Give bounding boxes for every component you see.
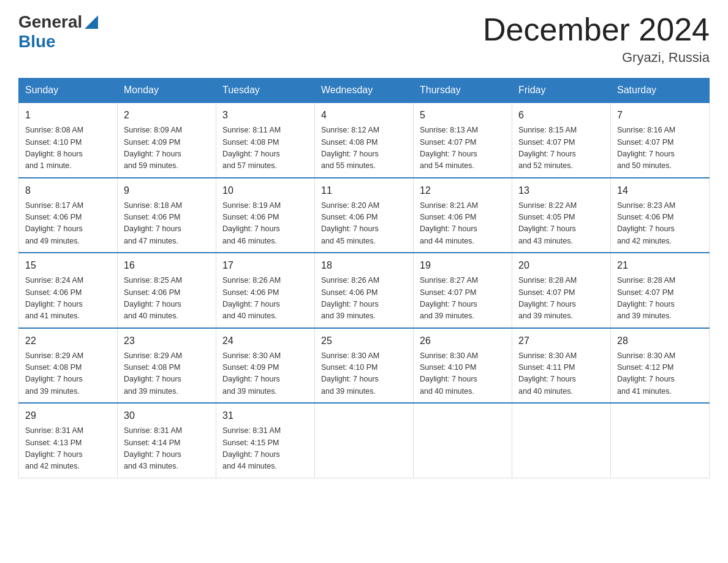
day-number: 17 xyxy=(222,258,308,273)
day-number: 31 xyxy=(222,408,308,423)
logo-blue: Blue xyxy=(18,32,56,52)
day-info: Sunrise: 8:19 AMSunset: 4:06 PMDaylight:… xyxy=(222,200,308,248)
day-info: Sunrise: 8:24 AMSunset: 4:06 PMDaylight:… xyxy=(25,275,111,323)
svg-marker-0 xyxy=(85,15,98,29)
calendar-cell: 31 Sunrise: 8:31 AMSunset: 4:15 PMDaylig… xyxy=(216,403,315,478)
calendar-cell: 11 Sunrise: 8:20 AMSunset: 4:06 PMDaylig… xyxy=(315,178,414,253)
header-friday: Friday xyxy=(512,79,611,103)
day-number: 25 xyxy=(321,334,407,348)
calendar-cell: 21 Sunrise: 8:28 AMSunset: 4:07 PMDaylig… xyxy=(611,253,710,328)
day-number: 23 xyxy=(124,334,210,348)
calendar-cell: 20 Sunrise: 8:28 AMSunset: 4:07 PMDaylig… xyxy=(512,253,611,328)
calendar-week-row: 29 Sunrise: 8:31 AMSunset: 4:13 PMDaylig… xyxy=(19,403,710,478)
calendar-cell: 9 Sunrise: 8:18 AMSunset: 4:06 PMDayligh… xyxy=(118,178,216,253)
calendar-cell: 28 Sunrise: 8:30 AMSunset: 4:12 PMDaylig… xyxy=(611,328,710,404)
day-info: Sunrise: 8:11 AMSunset: 4:08 PMDaylight:… xyxy=(222,124,308,172)
day-info: Sunrise: 8:30 AMSunset: 4:12 PMDaylight:… xyxy=(617,350,703,398)
day-info: Sunrise: 8:17 AMSunset: 4:06 PMDaylight:… xyxy=(25,200,111,248)
day-info: Sunrise: 8:22 AMSunset: 4:05 PMDaylight:… xyxy=(518,200,604,248)
day-number: 26 xyxy=(420,334,506,348)
day-number: 14 xyxy=(617,183,703,198)
logo: General Blue xyxy=(18,12,98,52)
calendar-cell xyxy=(512,403,611,478)
calendar-cell xyxy=(315,403,414,478)
calendar-cell: 2 Sunrise: 8:09 AMSunset: 4:09 PMDayligh… xyxy=(118,102,216,178)
day-number: 22 xyxy=(25,334,111,348)
calendar-cell: 16 Sunrise: 8:25 AMSunset: 4:06 PMDaylig… xyxy=(118,253,216,328)
calendar-cell: 7 Sunrise: 8:16 AMSunset: 4:07 PMDayligh… xyxy=(611,102,710,178)
day-info: Sunrise: 8:28 AMSunset: 4:07 PMDaylight:… xyxy=(617,275,703,323)
day-number: 18 xyxy=(321,258,407,273)
header-thursday: Thursday xyxy=(414,79,512,103)
day-info: Sunrise: 8:31 AMSunset: 4:14 PMDaylight:… xyxy=(124,425,210,473)
day-number: 27 xyxy=(518,334,604,348)
calendar-cell: 4 Sunrise: 8:12 AMSunset: 4:08 PMDayligh… xyxy=(315,102,414,178)
page-header: General Blue December 2024 Gryazi, Russi… xyxy=(18,12,710,66)
day-info: Sunrise: 8:27 AMSunset: 4:07 PMDaylight:… xyxy=(420,275,506,323)
calendar-cell: 25 Sunrise: 8:30 AMSunset: 4:10 PMDaylig… xyxy=(315,328,414,404)
day-number: 20 xyxy=(518,258,604,273)
calendar-cell: 26 Sunrise: 8:30 AMSunset: 4:10 PMDaylig… xyxy=(414,328,512,404)
calendar-cell: 23 Sunrise: 8:29 AMSunset: 4:08 PMDaylig… xyxy=(118,328,216,404)
day-number: 21 xyxy=(617,258,703,273)
day-info: Sunrise: 8:30 AMSunset: 4:10 PMDaylight:… xyxy=(321,350,407,398)
calendar-cell: 18 Sunrise: 8:26 AMSunset: 4:06 PMDaylig… xyxy=(315,253,414,328)
calendar-week-row: 22 Sunrise: 8:29 AMSunset: 4:08 PMDaylig… xyxy=(19,328,710,404)
calendar-week-row: 15 Sunrise: 8:24 AMSunset: 4:06 PMDaylig… xyxy=(19,253,710,328)
calendar-cell: 10 Sunrise: 8:19 AMSunset: 4:06 PMDaylig… xyxy=(216,178,315,253)
day-info: Sunrise: 8:15 AMSunset: 4:07 PMDaylight:… xyxy=(518,124,604,172)
day-info: Sunrise: 8:13 AMSunset: 4:07 PMDaylight:… xyxy=(420,124,506,172)
logo-triangle-icon xyxy=(85,15,98,29)
day-number: 5 xyxy=(420,108,506,123)
calendar-cell: 24 Sunrise: 8:30 AMSunset: 4:09 PMDaylig… xyxy=(216,328,315,404)
day-number: 8 xyxy=(25,183,111,198)
day-number: 3 xyxy=(222,108,308,123)
calendar-cell: 12 Sunrise: 8:21 AMSunset: 4:06 PMDaylig… xyxy=(414,178,512,253)
logo-general: General xyxy=(18,12,82,32)
day-info: Sunrise: 8:08 AMSunset: 4:10 PMDaylight:… xyxy=(25,124,111,172)
day-info: Sunrise: 8:26 AMSunset: 4:06 PMDaylight:… xyxy=(321,275,407,323)
day-number: 15 xyxy=(25,258,111,273)
day-number: 11 xyxy=(321,183,407,198)
day-number: 24 xyxy=(222,334,308,348)
calendar-cell: 29 Sunrise: 8:31 AMSunset: 4:13 PMDaylig… xyxy=(19,403,118,478)
calendar-cell: 17 Sunrise: 8:26 AMSunset: 4:06 PMDaylig… xyxy=(216,253,315,328)
day-number: 9 xyxy=(124,183,210,198)
calendar-location: Gryazi, Russia xyxy=(483,50,710,66)
calendar-cell: 27 Sunrise: 8:30 AMSunset: 4:11 PMDaylig… xyxy=(512,328,611,404)
day-info: Sunrise: 8:29 AMSunset: 4:08 PMDaylight:… xyxy=(25,350,111,398)
calendar-cell: 14 Sunrise: 8:23 AMSunset: 4:06 PMDaylig… xyxy=(611,178,710,253)
header-saturday: Saturday xyxy=(611,79,710,103)
day-info: Sunrise: 8:31 AMSunset: 4:13 PMDaylight:… xyxy=(25,425,111,473)
day-number: 10 xyxy=(222,183,308,198)
calendar-cell xyxy=(414,403,512,478)
day-number: 12 xyxy=(420,183,506,198)
day-number: 7 xyxy=(617,108,703,123)
day-info: Sunrise: 8:30 AMSunset: 4:11 PMDaylight:… xyxy=(518,350,604,398)
calendar-week-row: 1 Sunrise: 8:08 AMSunset: 4:10 PMDayligh… xyxy=(19,102,710,178)
day-number: 2 xyxy=(124,108,210,123)
title-area: December 2024 Gryazi, Russia xyxy=(483,12,710,66)
calendar-cell: 30 Sunrise: 8:31 AMSunset: 4:14 PMDaylig… xyxy=(118,403,216,478)
day-headers-row: Sunday Monday Tuesday Wednesday Thursday… xyxy=(19,79,710,103)
day-info: Sunrise: 8:23 AMSunset: 4:06 PMDaylight:… xyxy=(617,200,703,248)
day-info: Sunrise: 8:18 AMSunset: 4:06 PMDaylight:… xyxy=(124,200,210,248)
day-info: Sunrise: 8:29 AMSunset: 4:08 PMDaylight:… xyxy=(124,350,210,398)
day-number: 6 xyxy=(518,108,604,123)
day-number: 13 xyxy=(518,183,604,198)
calendar-title: December 2024 xyxy=(483,12,710,47)
day-number: 4 xyxy=(321,108,407,123)
calendar-week-row: 8 Sunrise: 8:17 AMSunset: 4:06 PMDayligh… xyxy=(19,178,710,253)
calendar-cell: 19 Sunrise: 8:27 AMSunset: 4:07 PMDaylig… xyxy=(414,253,512,328)
day-number: 28 xyxy=(617,334,703,348)
calendar-cell: 8 Sunrise: 8:17 AMSunset: 4:06 PMDayligh… xyxy=(19,178,118,253)
calendar-cell: 1 Sunrise: 8:08 AMSunset: 4:10 PMDayligh… xyxy=(19,102,118,178)
day-info: Sunrise: 8:31 AMSunset: 4:15 PMDaylight:… xyxy=(222,425,308,473)
day-info: Sunrise: 8:25 AMSunset: 4:06 PMDaylight:… xyxy=(124,275,210,323)
day-info: Sunrise: 8:26 AMSunset: 4:06 PMDaylight:… xyxy=(222,275,308,323)
day-number: 19 xyxy=(420,258,506,273)
day-info: Sunrise: 8:30 AMSunset: 4:10 PMDaylight:… xyxy=(420,350,506,398)
day-number: 16 xyxy=(124,258,210,273)
calendar-cell: 13 Sunrise: 8:22 AMSunset: 4:05 PMDaylig… xyxy=(512,178,611,253)
calendar-cell: 6 Sunrise: 8:15 AMSunset: 4:07 PMDayligh… xyxy=(512,102,611,178)
